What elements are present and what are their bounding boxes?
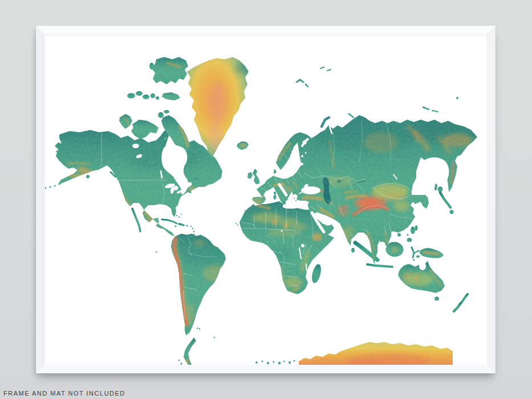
sea-of-okhotsk [422, 157, 449, 185]
gulf-of-carpentaria [419, 262, 426, 270]
new-zealand-north [462, 294, 468, 302]
novaya-zemlya [322, 117, 329, 127]
new-zealand-south [454, 303, 461, 311]
tasmania [434, 297, 439, 301]
world-map [44, 34, 487, 365]
java [367, 264, 392, 267]
disclaimer-caption: FRAME AND MAT NOT INCLUDED [3, 390, 125, 397]
elevation-tints [44, 34, 487, 365]
madagascar [310, 263, 323, 284]
lake-chad [281, 230, 282, 231]
map-print-paper [44, 34, 487, 365]
antarctic-specks [178, 360, 295, 365]
black-sea [301, 186, 320, 194]
aral-sea [337, 180, 342, 183]
cuba [162, 219, 177, 223]
product-photo: FRAME AND MAT NOT INCLUDED [0, 0, 532, 399]
lake-victoria [301, 244, 304, 247]
japan [440, 193, 450, 207]
picture-frame [36, 26, 496, 373]
hokkaido [438, 187, 443, 192]
